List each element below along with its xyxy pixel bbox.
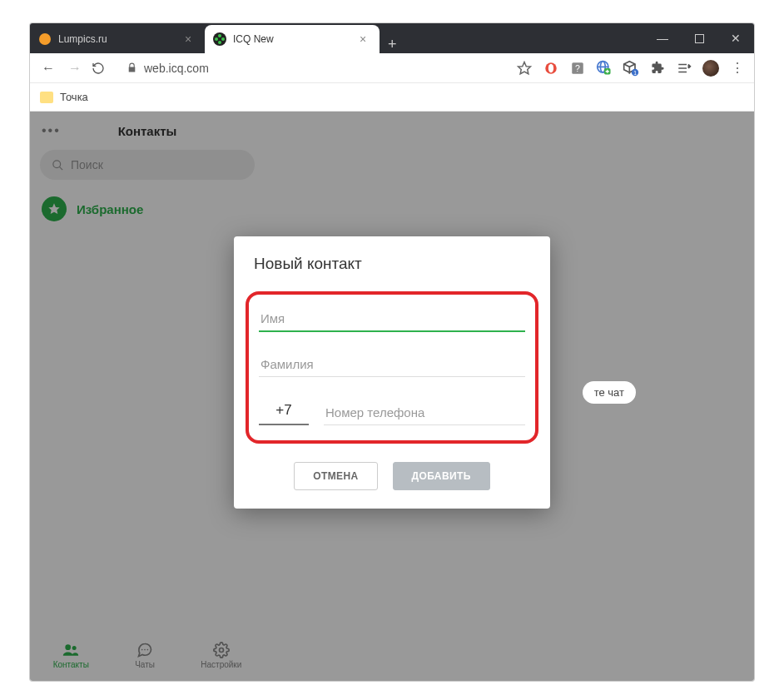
minimize-button[interactable]: — xyxy=(644,23,681,53)
reload-button[interactable] xyxy=(92,62,112,75)
svg-point-2 xyxy=(218,34,221,37)
forward-button[interactable]: → xyxy=(65,61,85,76)
add-button[interactable]: ДОБАВИТЬ xyxy=(393,462,490,490)
address-bar: ← → web.icq.com ? 1 xyxy=(30,53,754,83)
modal-title: Новый контакт xyxy=(254,255,530,273)
extensions-icon[interactable] xyxy=(649,60,666,77)
opera-icon[interactable] xyxy=(543,60,559,77)
close-icon[interactable]: × xyxy=(185,33,196,45)
last-name-input[interactable] xyxy=(259,352,525,377)
help-icon[interactable]: ? xyxy=(569,60,586,77)
url-text: web.icq.com xyxy=(144,62,209,75)
tab-favicon-icq xyxy=(213,32,226,46)
bookmark-item[interactable]: Точка xyxy=(60,91,88,103)
first-name-input[interactable] xyxy=(259,306,525,332)
tab-strip: Lumpics.ru × ICQ New × + xyxy=(30,23,644,53)
tab-icq-new[interactable]: ICQ New × xyxy=(205,25,380,53)
tab-title: Lumpics.ru xyxy=(58,33,185,45)
svg-rect-6 xyxy=(695,34,703,42)
cancel-button[interactable]: ОТМЕНА xyxy=(294,462,377,490)
hint-chip: те чат xyxy=(583,381,636,404)
media-icon[interactable] xyxy=(676,60,692,77)
new-contact-modal: Новый контакт ОТМЕНА ДОБАВИТЬ xyxy=(234,236,550,509)
close-window-button[interactable]: ✕ xyxy=(717,23,754,53)
tab-lumpics[interactable]: Lumpics.ru × xyxy=(30,25,205,53)
lock-icon xyxy=(127,62,137,73)
toolbar-icons: ? 1 ⋮ xyxy=(516,60,746,77)
titlebar: Lumpics.ru × ICQ New × + — ✕ xyxy=(30,23,754,53)
menu-button[interactable]: ⋮ xyxy=(729,60,746,77)
maximize-button[interactable] xyxy=(681,23,717,53)
profile-avatar[interactable] xyxy=(702,60,719,77)
tab-favicon-lumpics xyxy=(38,32,52,46)
folder-icon xyxy=(40,92,53,103)
star-icon[interactable] xyxy=(516,60,533,77)
browser-window: Lumpics.ru × ICQ New × + — ✕ ← → xyxy=(30,23,754,681)
close-icon[interactable]: × xyxy=(360,33,371,45)
window-controls: — ✕ xyxy=(644,23,754,53)
app-surface: ••• Контакты Поиск Избранное xyxy=(30,112,754,681)
svg-point-9 xyxy=(548,63,553,72)
phone-prefix-input[interactable] xyxy=(259,397,309,425)
svg-text:?: ? xyxy=(575,62,580,72)
svg-point-3 xyxy=(218,41,221,44)
svg-point-0 xyxy=(39,33,51,45)
bookmarks-bar: Точка xyxy=(30,83,754,112)
globe-badge-icon[interactable] xyxy=(596,60,613,77)
phone-number-input[interactable] xyxy=(324,400,525,425)
svg-point-5 xyxy=(221,37,225,41)
cube-badge-icon[interactable]: 1 xyxy=(623,60,639,77)
new-tab-button[interactable]: + xyxy=(380,36,405,53)
svg-point-4 xyxy=(215,37,218,41)
back-button[interactable]: ← xyxy=(38,61,58,76)
fields-highlight xyxy=(246,291,538,444)
svg-text:1: 1 xyxy=(633,69,637,75)
modal-buttons: ОТМЕНА ДОБАВИТЬ xyxy=(254,462,530,490)
svg-marker-7 xyxy=(519,62,531,73)
tab-title: ICQ New xyxy=(233,33,360,45)
url-field[interactable]: web.icq.com xyxy=(118,62,509,75)
phone-row xyxy=(259,397,525,425)
